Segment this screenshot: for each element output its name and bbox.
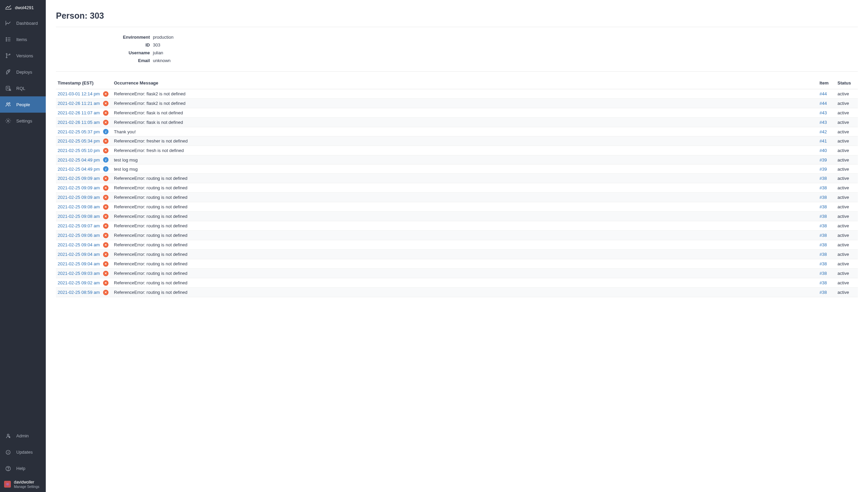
sidebar-item-label: Help [16, 466, 25, 471]
occurrence-message: ReferenceError: fresh is not defined [114, 148, 184, 153]
item-link[interactable]: #38 [820, 242, 827, 247]
item-link[interactable]: #39 [820, 167, 827, 172]
svg-point-17 [7, 120, 9, 122]
timestamp-link[interactable]: 2021-02-25 09:06 am [58, 233, 100, 238]
detail-row: ID303 [56, 41, 858, 49]
sidebar-item-label: Deploys [16, 70, 32, 75]
sidebar-item-rql[interactable]: RQL [0, 80, 46, 96]
people-icon [5, 101, 12, 108]
manage-settings-link[interactable]: Manage Settings [14, 485, 39, 489]
item-link[interactable]: #38 [820, 204, 827, 209]
item-link[interactable]: #40 [820, 148, 827, 153]
status-cell: active [836, 127, 858, 136]
sidebar-item-versions[interactable]: Versions [0, 48, 46, 64]
item-link[interactable]: #41 [820, 138, 827, 144]
item-link[interactable]: #43 [820, 110, 827, 115]
timestamp-link[interactable]: 2021-02-25 09:03 am [58, 271, 100, 276]
item-link[interactable]: #38 [820, 185, 827, 190]
item-link[interactable]: #38 [820, 195, 827, 200]
sidebar-item-help[interactable]: Help [0, 460, 46, 477]
timestamp-link[interactable]: 2021-02-25 09:08 am [58, 204, 100, 209]
error-icon [103, 271, 108, 276]
sidebar-item-admin[interactable]: Admin [0, 428, 46, 444]
user-name: davidwoller [14, 480, 39, 485]
timestamp-link[interactable]: 2021-02-25 04:49 pm [58, 157, 100, 163]
status-cell: active [836, 155, 858, 165]
detail-label: Username [56, 50, 153, 55]
error-icon [103, 204, 108, 210]
sidebar-item-dashboard[interactable]: Dashboard [0, 15, 46, 31]
brand[interactable]: dwol4291 [0, 0, 46, 15]
detail-row: Emailunknown [56, 57, 858, 64]
occurrences-table: Timestamp (EST) Occurrence Message Item … [56, 78, 858, 297]
occurrence-message: ReferenceError: flask is not defined [114, 120, 183, 125]
sidebar-item-people[interactable]: People [0, 96, 46, 113]
user-footer[interactable]: 👾 davidwoller Manage Settings [0, 477, 46, 492]
item-link[interactable]: #38 [820, 214, 827, 219]
svg-point-2 [6, 39, 7, 40]
detail-label: Email [56, 58, 153, 63]
sidebar-item-items[interactable]: Items [0, 31, 46, 48]
item-link[interactable]: #42 [820, 129, 827, 134]
timestamp-link[interactable]: 2021-02-25 09:04 am [58, 252, 100, 257]
sidebar-item-updates[interactable]: 2Updates [0, 444, 46, 460]
error-icon [103, 223, 108, 229]
status-cell: active [836, 108, 858, 118]
timestamp-link[interactable]: 2021-02-25 05:34 pm [58, 138, 100, 144]
timestamp-link[interactable]: 2021-02-25 05:37 pm [58, 129, 100, 134]
error-icon [103, 148, 108, 153]
timestamp-link[interactable]: 2021-02-25 09:02 am [58, 280, 100, 285]
col-header-message: Occurrence Message [112, 78, 818, 89]
timestamp-link[interactable]: 2021-02-25 08:59 am [58, 290, 100, 295]
status-cell: active [836, 288, 858, 297]
chart-icon [5, 20, 12, 26]
occurrence-message: ReferenceError: routing is not defined [114, 233, 188, 238]
status-cell: active [836, 259, 858, 269]
timestamp-link[interactable]: 2021-02-25 09:09 am [58, 176, 100, 181]
item-link[interactable]: #38 [820, 176, 827, 181]
detail-label: ID [56, 42, 153, 48]
timestamp-link[interactable]: 2021-02-25 09:09 am [58, 195, 100, 200]
status-cell: active [836, 183, 858, 193]
item-link[interactable]: #44 [820, 101, 827, 106]
svg-point-23 [8, 470, 8, 470]
item-link[interactable]: #38 [820, 252, 827, 257]
timestamp-link[interactable]: 2021-02-25 04:49 pm [58, 167, 100, 172]
status-cell: active [836, 278, 858, 288]
timestamp-link[interactable]: 2021-02-26 11:07 am [58, 110, 100, 115]
timestamp-link[interactable]: 2021-02-25 09:04 am [58, 261, 100, 266]
item-link[interactable]: #38 [820, 280, 827, 285]
occurrence-message: ReferenceError: flask2 is not defined [114, 101, 185, 106]
item-link[interactable]: #38 [820, 223, 827, 228]
timestamp-link[interactable]: 2021-02-26 11:05 am [58, 120, 100, 125]
table-row: 2021-02-25 09:09 amReferenceError: routi… [56, 174, 858, 183]
table-row: 2021-02-26 11:21 amReferenceError: flask… [56, 99, 858, 108]
item-link[interactable]: #38 [820, 290, 827, 295]
timestamp-link[interactable]: 2021-02-25 09:04 am [58, 242, 100, 247]
item-link[interactable]: #38 [820, 261, 827, 266]
timestamp-link[interactable]: 2021-02-25 09:07 am [58, 223, 100, 228]
timestamp-link[interactable]: 2021-02-25 09:08 am [58, 214, 100, 219]
timestamp-link[interactable]: 2021-03-01 12:14 pm [58, 91, 100, 96]
occurrence-message: Thank you! [114, 129, 136, 134]
table-row: 2021-02-25 09:04 amReferenceError: routi… [56, 259, 858, 269]
occurrence-message: test log msg [114, 167, 138, 172]
item-link[interactable]: #43 [820, 120, 827, 125]
help-icon [5, 466, 12, 472]
rocket-icon [5, 69, 12, 75]
item-link[interactable]: #38 [820, 233, 827, 238]
timestamp-link[interactable]: 2021-02-26 11:21 am [58, 101, 100, 106]
col-header-item: Item [818, 78, 836, 89]
sidebar-item-label: People [16, 102, 30, 107]
item-link[interactable]: #39 [820, 157, 827, 163]
svg-point-4 [6, 40, 7, 41]
sidebar-item-deploys[interactable]: Deploys [0, 64, 46, 80]
detail-value: production [153, 35, 174, 40]
item-link[interactable]: #38 [820, 271, 827, 276]
error-icon [103, 242, 108, 248]
table-row: 2021-02-26 11:05 amReferenceError: flask… [56, 118, 858, 127]
item-link[interactable]: #44 [820, 91, 827, 96]
sidebar-item-settings[interactable]: Settings [0, 113, 46, 129]
timestamp-link[interactable]: 2021-02-25 09:09 am [58, 185, 100, 190]
timestamp-link[interactable]: 2021-02-25 05:10 pm [58, 148, 100, 153]
